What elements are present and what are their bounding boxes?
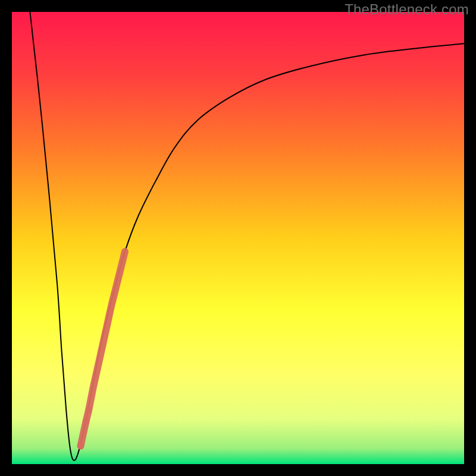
- highlight-dot: [83, 418, 89, 424]
- plot-area: [12, 12, 464, 464]
- plot-svg: [12, 12, 464, 464]
- chart-frame: TheBottleneck.com: [0, 0, 476, 476]
- highlight-dot: [77, 443, 84, 449]
- gradient-background: [12, 12, 464, 464]
- highlight-dot: [86, 406, 92, 413]
